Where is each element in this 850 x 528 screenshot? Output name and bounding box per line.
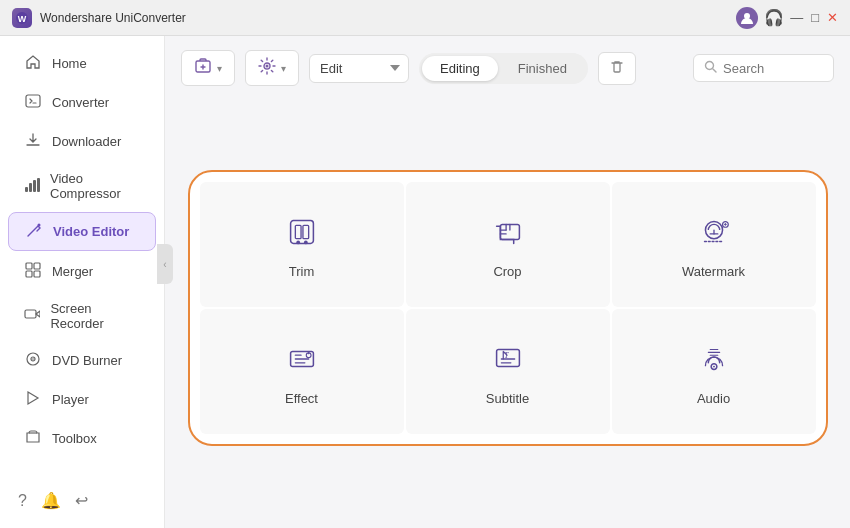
trim-label: Trim xyxy=(289,264,315,279)
svg-marker-17 xyxy=(28,392,38,404)
svg-point-26 xyxy=(303,241,307,245)
sidebar-item-toolbox[interactable]: Toolbox xyxy=(8,420,156,457)
add-files-icon xyxy=(194,57,212,79)
search-box[interactable] xyxy=(693,54,834,82)
tab-group: Editing Finished xyxy=(419,53,588,84)
svg-rect-6 xyxy=(33,180,36,192)
compressor-icon xyxy=(24,177,40,196)
svg-point-16 xyxy=(32,358,34,360)
svg-rect-23 xyxy=(295,225,301,238)
converter-icon xyxy=(24,93,42,112)
downloader-icon xyxy=(24,132,42,151)
svg-rect-24 xyxy=(302,225,308,238)
settings-icon xyxy=(258,57,276,79)
subtitle-label: Subtitle xyxy=(486,391,529,406)
window-controls: — □ ✕ xyxy=(790,10,838,25)
close-button[interactable]: ✕ xyxy=(827,10,838,25)
toolbox-icon xyxy=(24,429,42,448)
svg-point-20 xyxy=(266,65,269,68)
recorder-icon xyxy=(24,307,40,326)
dvd-icon xyxy=(24,351,42,370)
sidebar-label-merger: Merger xyxy=(52,264,93,279)
effect-icon xyxy=(280,337,324,381)
sidebar-label-compressor: Video Compressor xyxy=(50,171,140,201)
sidebar-item-dvd-burner[interactable]: DVD Burner xyxy=(8,342,156,379)
title-bar: W Wondershare UniConverter 🎧 — □ ✕ xyxy=(0,0,850,36)
watermark-label: Watermark xyxy=(682,264,745,279)
add-files-arrow: ▾ xyxy=(217,63,222,74)
tools-grid-container: Trim Crop xyxy=(188,170,828,446)
add-files-button[interactable]: ▾ xyxy=(181,50,235,86)
add-settings-button[interactable]: ▾ xyxy=(245,50,299,86)
sidebar-item-downloader[interactable]: Downloader xyxy=(8,123,156,160)
merger-icon xyxy=(24,262,42,281)
effect-label: Effect xyxy=(285,391,318,406)
svg-point-25 xyxy=(296,241,300,245)
svg-rect-5 xyxy=(29,183,32,192)
tab-finished[interactable]: Finished xyxy=(500,56,585,81)
sidebar-item-player[interactable]: Player xyxy=(8,381,156,418)
svg-rect-13 xyxy=(25,310,36,318)
editor-area: Trim Crop xyxy=(181,102,834,514)
tools-grid: Trim Crop xyxy=(200,182,816,434)
tool-effect[interactable]: Effect xyxy=(200,309,404,434)
sidebar-item-video-compressor[interactable]: Video Compressor xyxy=(8,162,156,210)
svg-rect-12 xyxy=(34,271,40,277)
svg-point-21 xyxy=(706,62,714,70)
tool-trim[interactable]: Trim xyxy=(200,182,404,307)
subtitle-icon: T xyxy=(486,337,530,381)
tool-watermark[interactable]: Watermark xyxy=(612,182,816,307)
maximize-button[interactable]: □ xyxy=(811,10,819,25)
search-icon xyxy=(704,60,717,76)
svg-rect-22 xyxy=(290,221,313,244)
sidebar-label-dvd: DVD Burner xyxy=(52,353,122,368)
sidebar-item-video-editor[interactable]: Video Editor xyxy=(8,212,156,251)
sidebar-item-home[interactable]: Home xyxy=(8,45,156,82)
trim-icon xyxy=(280,210,324,254)
svg-rect-9 xyxy=(26,263,32,269)
svg-rect-10 xyxy=(34,263,40,269)
collapse-sidebar-handle[interactable]: ‹ xyxy=(157,244,173,284)
audio-label: Audio xyxy=(697,391,730,406)
toolbar: ▾ ▾ Edit Trim Crop Effect Subtitle Audio… xyxy=(181,50,834,86)
tool-crop[interactable]: Crop xyxy=(406,182,610,307)
title-bar-left: W Wondershare UniConverter xyxy=(12,8,186,28)
watermark-icon xyxy=(692,210,736,254)
headset-icon[interactable]: 🎧 xyxy=(764,8,784,27)
user-avatar[interactable] xyxy=(736,7,758,29)
player-icon xyxy=(24,390,42,409)
refresh-icon[interactable]: ↩ xyxy=(75,491,88,510)
app-icon: W xyxy=(12,8,32,28)
sidebar-bottom: ? 🔔 ↩ xyxy=(0,481,164,520)
minimize-button[interactable]: — xyxy=(790,10,803,25)
sidebar: Home Converter Downloader Video Compress… xyxy=(0,36,165,528)
svg-text:W: W xyxy=(18,14,27,24)
svg-point-8 xyxy=(38,224,41,227)
settings-arrow: ▾ xyxy=(281,63,286,74)
search-input[interactable] xyxy=(723,61,823,76)
app-title: Wondershare UniConverter xyxy=(40,11,186,25)
edit-select[interactable]: Edit Trim Crop Effect Subtitle Audio Wat… xyxy=(309,54,409,83)
svg-rect-11 xyxy=(26,271,32,277)
help-icon[interactable]: ? xyxy=(18,492,27,510)
sidebar-label-converter: Converter xyxy=(52,95,109,110)
svg-rect-3 xyxy=(26,95,40,107)
content-area: ▾ ▾ Edit Trim Crop Effect Subtitle Audio… xyxy=(165,36,850,528)
sidebar-item-converter[interactable]: Converter xyxy=(8,84,156,121)
svg-point-36 xyxy=(713,366,715,368)
sidebar-label-toolbox: Toolbox xyxy=(52,431,97,446)
trash-button[interactable] xyxy=(598,52,636,85)
svg-rect-7 xyxy=(37,178,40,192)
tool-subtitle[interactable]: T Subtitle xyxy=(406,309,610,434)
tab-editing[interactable]: Editing xyxy=(422,56,498,81)
sidebar-item-screen-recorder[interactable]: Screen Recorder xyxy=(8,292,156,340)
editor-icon xyxy=(25,222,43,241)
notification-icon[interactable]: 🔔 xyxy=(41,491,61,510)
tool-audio[interactable]: Audio xyxy=(612,309,816,434)
titlebar-icons: 🎧 — □ ✕ xyxy=(736,7,838,29)
home-icon xyxy=(24,54,42,73)
sidebar-item-merger[interactable]: Merger xyxy=(8,253,156,290)
sidebar-nav: Home Converter Downloader Video Compress… xyxy=(0,44,164,458)
svg-rect-4 xyxy=(25,187,28,192)
sidebar-label-editor: Video Editor xyxy=(53,224,129,239)
